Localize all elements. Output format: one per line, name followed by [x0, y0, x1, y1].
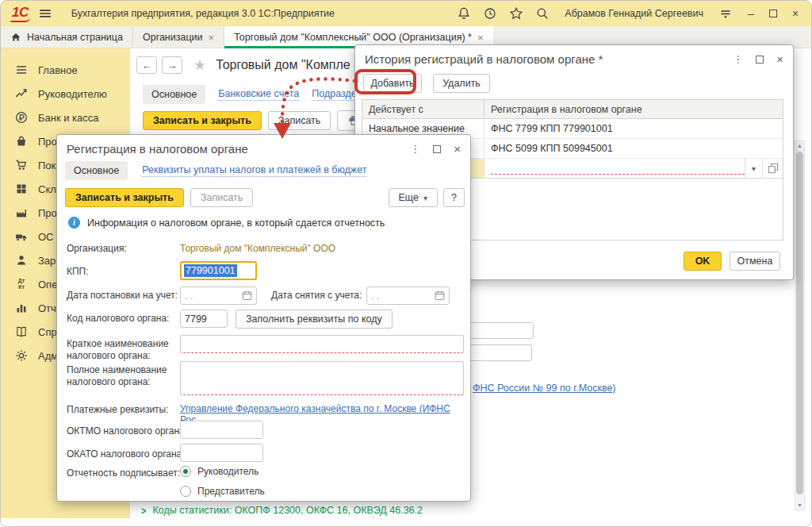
save-button[interactable]: Записать: [190, 188, 253, 207]
full-name-textarea[interactable]: [180, 361, 464, 395]
oktmo-input[interactable]: [180, 421, 263, 439]
debit-credit-icon: ДтКт: [15, 278, 28, 290]
column-registration[interactable]: Регистрация в налоговом органе: [485, 100, 783, 118]
nav-bank-accounts-link[interactable]: Банковские счета: [218, 88, 299, 101]
nav-main-chip[interactable]: Основное: [143, 85, 205, 104]
report-signer-label: Отчетность подписывает:: [67, 464, 180, 479]
sidebar-item-manager[interactable]: Руководителю: [1, 82, 130, 106]
dropdown-arrow-icon: ▾: [423, 194, 427, 202]
calendar-icon[interactable]: [242, 290, 252, 301]
favorite-star-icon[interactable]: ★: [193, 56, 206, 74]
person-icon: [15, 254, 28, 267]
window-titlebar: 1С Бухгалтерия предприятия, редакция 3.0…: [1, 1, 811, 26]
search-icon[interactable]: [535, 6, 550, 21]
delete-button[interactable]: Удалить: [433, 74, 490, 93]
help-button[interactable]: ?: [443, 188, 465, 207]
statistics-codes-link[interactable]: > Коды статистики: ОКОПФ 12300, ОКФС 16,…: [141, 505, 423, 516]
1c-logo-icon: 1С: [10, 5, 30, 22]
column-valid-from[interactable]: Действует с: [362, 100, 485, 118]
form-title: Торговый дом "Компле: [216, 58, 350, 72]
shopping-cart-icon: [15, 159, 28, 171]
notifications-bell-icon[interactable]: [457, 6, 471, 21]
dialog-title: История регистраций в налоговом органе *: [365, 52, 603, 66]
main-menu-button[interactable]: [38, 6, 52, 21]
close-icon[interactable]: ×: [776, 53, 783, 65]
history-icon[interactable]: [483, 6, 497, 21]
close-button[interactable]: ×: [789, 8, 802, 19]
fns-inspection-link[interactable]: ФНС России № 99 по г.Москве): [473, 383, 616, 394]
deregistration-date-label: Дата снятия с учета:: [271, 287, 362, 302]
registration-date-input[interactable]: . .: [180, 287, 257, 305]
payment-details-label: Платежные реквизиты:: [67, 403, 180, 416]
tab-main-chip[interactable]: Основное: [65, 161, 128, 180]
app-window: 1С Бухгалтерия предприятия, редакция 3.0…: [0, 0, 812, 527]
more-menu-icon[interactable]: ⋮: [733, 54, 743, 64]
ok-button[interactable]: OK: [684, 252, 722, 271]
deregistration-date-input[interactable]: . .: [366, 287, 450, 305]
maximize-button[interactable]: [769, 10, 777, 17]
table-header-row: Действует с Регистрация в налоговом орга…: [362, 100, 783, 119]
registration-dialog: Регистрация в налоговом органе ⋮ × Основ…: [56, 134, 471, 502]
maximize-icon[interactable]: [756, 56, 764, 63]
signer-option-director[interactable]: Руководитель: [180, 466, 265, 477]
close-icon[interactable]: ×: [454, 143, 461, 155]
full-name-label: Полное наименование налогового органа:: [67, 361, 180, 388]
short-name-input[interactable]: [180, 335, 464, 353]
short-name-label: Краткое наименование налогового органа:: [67, 335, 180, 362]
kpp-label: КПП:: [67, 261, 180, 278]
boxes-grid-icon: [15, 183, 28, 195]
organization-label: Организация:: [67, 240, 180, 255]
ruble-circle-icon: [15, 111, 28, 124]
factory-icon: [15, 206, 28, 219]
tab-home[interactable]: Начальная страница: [1, 26, 133, 48]
current-user[interactable]: Абрамов Геннадий Сергеевич: [565, 8, 703, 19]
back-button[interactable]: ←: [136, 56, 157, 74]
save-close-button[interactable]: Записать и закрыть: [143, 111, 262, 130]
chevron-right-icon: >: [141, 505, 146, 516]
fill-by-code-button[interactable]: Заполнить реквизиты по коду: [236, 310, 393, 329]
dropdown-arrow-icon[interactable]: ▾: [745, 159, 762, 178]
minimize-button[interactable]: –: [745, 8, 757, 19]
tab-budget-payments-link[interactable]: Реквизиты уплаты налогов и платежей в бю…: [142, 164, 366, 177]
favorites-star-icon[interactable]: [509, 6, 523, 21]
radio-unselected-icon: [180, 486, 191, 497]
more-button[interactable]: Еще ▾: [389, 188, 438, 207]
scrollbar-thumb[interactable]: [796, 152, 803, 494]
tax-authority-code-input[interactable]: 7799: [180, 310, 228, 328]
info-text: Информация о налоговом органе, в который…: [87, 217, 385, 229]
tax-authority-code-label: Код налогового органа:: [67, 310, 180, 325]
choose-from-list-icon[interactable]: [762, 159, 783, 178]
registration-value-input[interactable]: [491, 161, 745, 175]
cancel-button[interactable]: Отмена: [730, 252, 780, 271]
truck-icon: [15, 230, 28, 243]
shopping-bag-icon: [15, 135, 28, 148]
vertical-scrollbar[interactable]: ▲ ▼: [795, 140, 805, 510]
radio-selected-icon: [180, 466, 191, 477]
forward-button[interactable]: →: [162, 56, 182, 74]
oktmo-label: ОКТМО налогового органа:: [67, 421, 180, 437]
kpp-input[interactable]: 779901001: [180, 261, 257, 280]
info-icon: i: [68, 217, 80, 229]
okato-label: ОКАТО налогового органа:: [67, 444, 180, 460]
home-icon: [10, 32, 21, 43]
trend-arrow-icon: [15, 87, 28, 100]
toggle-panels-icon[interactable]: [718, 6, 733, 21]
sidebar-item-main[interactable]: Главное: [1, 58, 130, 82]
organization-value[interactable]: Торговый дом "Комплексный" ООО: [180, 240, 335, 254]
calendar-icon[interactable]: [435, 290, 445, 301]
more-menu-icon[interactable]: ⋮: [410, 144, 420, 154]
tab-organizations[interactable]: Организации ×: [133, 26, 224, 48]
save-button[interactable]: Записать: [268, 111, 331, 130]
add-button[interactable]: Добавить: [363, 74, 422, 93]
sidebar-item-bank-cash[interactable]: Банк и касса: [1, 106, 130, 129]
dialog-title: Регистрация в налоговом органе: [67, 142, 248, 156]
window-title: Бухгалтерия предприятия, редакция 3.0 1С…: [71, 8, 335, 19]
maximize-icon[interactable]: [433, 145, 441, 153]
book-icon: [15, 325, 28, 338]
tab-close-icon[interactable]: ×: [477, 32, 484, 44]
signer-option-representative[interactable]: Представитель: [180, 486, 265, 497]
registration-date-label: Дата постановки на учет:: [67, 287, 180, 302]
okato-input[interactable]: [180, 444, 263, 462]
save-close-button[interactable]: Записать и закрыть: [65, 188, 184, 207]
tab-close-icon[interactable]: ×: [209, 32, 215, 44]
